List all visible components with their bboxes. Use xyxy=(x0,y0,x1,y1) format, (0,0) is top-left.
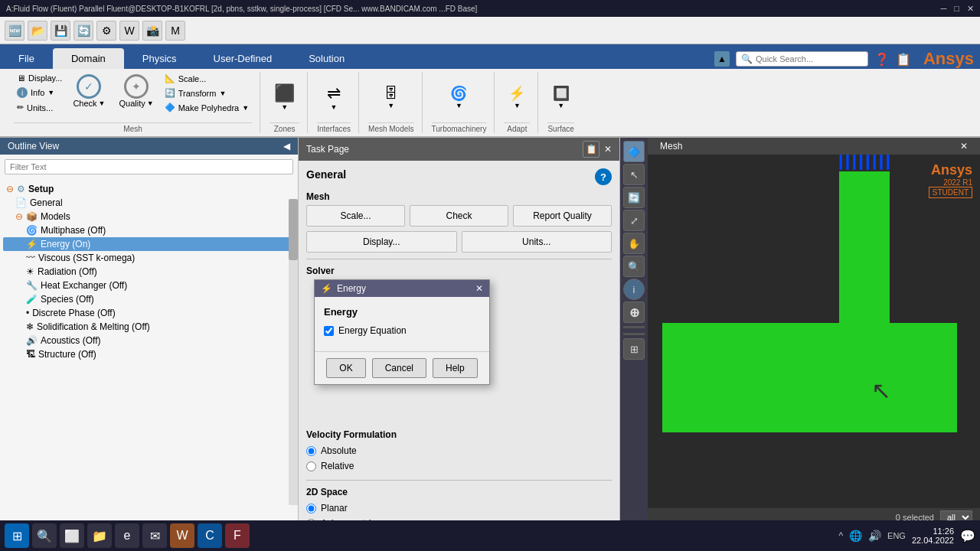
outline-scrollbar[interactable] xyxy=(289,199,298,505)
rt-pan-btn[interactable]: ✋ xyxy=(623,233,645,254)
ribbon-collapse-btn[interactable]: ▲ xyxy=(714,51,730,67)
info-btn[interactable]: i Info ▼ xyxy=(14,86,65,99)
tree-species[interactable]: 🧪 Species (Off) xyxy=(3,292,295,306)
tree-energy[interactable]: ⚡ Energy (On) xyxy=(3,237,295,251)
adapt-btn[interactable]: ⚡ ▼ xyxy=(504,83,530,112)
tray-network[interactable]: 🌐 xyxy=(849,530,862,542)
tab-domain[interactable]: Domain xyxy=(53,48,124,69)
check-dropdown-icon[interactable]: ▼ xyxy=(99,99,106,107)
rt-layers-btn[interactable]: ⊞ xyxy=(623,338,645,360)
outline-scrollbar-thumb[interactable] xyxy=(289,199,298,260)
tree-models[interactable]: ⊖ 📦 Models xyxy=(3,210,295,223)
mesh-models-dropdown-icon[interactable]: ▼ xyxy=(387,102,394,109)
toolbar-new[interactable]: 🆕 xyxy=(5,21,24,41)
rt-rotate-btn[interactable]: 🔄 xyxy=(623,187,645,208)
rt-select-btn[interactable]: ↖ xyxy=(623,164,645,185)
tree-setup[interactable]: ⊖ ⚙ Setup xyxy=(3,182,295,196)
check-task-btn[interactable]: Check xyxy=(410,205,508,227)
search-input[interactable] xyxy=(756,54,863,64)
taskbar-search[interactable]: 🔍 xyxy=(32,523,57,548)
scale-btn[interactable]: 📐 Scale... xyxy=(162,72,252,85)
tree-discrete-phase[interactable]: • Discrete Phase (Off) xyxy=(3,306,295,320)
outline-collapse-icon[interactable]: ◀ xyxy=(283,141,290,152)
quick-search-bar[interactable]: 🔍 xyxy=(736,51,868,67)
tray-notification[interactable]: 💬 xyxy=(960,529,975,543)
absolute-radio[interactable] xyxy=(306,446,316,456)
tree-structure[interactable]: 🏗 Structure (Off) xyxy=(3,347,295,361)
tab-user-defined[interactable]: User-Defined xyxy=(195,48,291,69)
toolbar-workbench[interactable]: W xyxy=(119,21,139,41)
toolbar-settings[interactable]: ⚙ xyxy=(96,21,116,41)
energy-equation-checkbox[interactable] xyxy=(324,326,334,336)
rt-info-btn[interactable]: i xyxy=(623,279,645,300)
task-panel-icon[interactable]: 📋 xyxy=(583,141,599,158)
units-btn[interactable]: ✏ Units... xyxy=(14,101,65,114)
interfaces-btn[interactable]: ⇌ ▼ xyxy=(322,81,345,113)
transform-btn[interactable]: 🔄 Transform ▼ xyxy=(162,86,252,99)
tab-file[interactable]: File xyxy=(0,48,53,69)
rt-mesh-btn[interactable]: 🔷 xyxy=(623,141,645,162)
tray-chevron[interactable]: ^ xyxy=(838,530,843,541)
check-btn[interactable]: ✓ Check ▼ xyxy=(68,72,109,110)
taskbar-edge[interactable]: e xyxy=(115,523,139,548)
info-dropdown-icon[interactable]: ▼ xyxy=(47,89,54,96)
taskbar-task-view[interactable]: ⬜ xyxy=(60,523,84,548)
display-btn[interactable]: 🖥 Display... xyxy=(14,72,65,84)
toolbar-save[interactable]: 💾 xyxy=(51,21,70,41)
turbomachinery-btn[interactable]: 🌀 ▼ xyxy=(446,83,472,112)
quality-btn[interactable]: ✦ Quality ▼ xyxy=(115,72,158,110)
transform-dropdown-icon[interactable]: ▼ xyxy=(219,90,226,97)
units-task-btn[interactable]: Units... xyxy=(462,231,612,253)
tray-volume[interactable]: 🔊 xyxy=(868,530,881,542)
display-task-btn[interactable]: Display... xyxy=(306,231,457,253)
taskbar-cfd[interactable]: C xyxy=(198,523,222,548)
viewport-canvas[interactable]: Ansys 2022 R1 STUDENT xyxy=(648,155,980,508)
rt-zoom-in-btn[interactable]: ⊕ xyxy=(623,302,645,323)
zones-btn[interactable]: ⬛ ▼ xyxy=(270,81,299,113)
mesh-models-btn[interactable]: 🗄 ▼ xyxy=(380,83,403,112)
tree-general[interactable]: 📄 General xyxy=(3,196,295,210)
taskbar-ansys-wb[interactable]: W xyxy=(170,523,194,548)
tab-solution[interactable]: Solution xyxy=(290,48,363,69)
maximize-btn[interactable]: □ xyxy=(954,4,959,14)
relative-radio[interactable] xyxy=(306,461,316,471)
energy-equation-row[interactable]: Energy Equation xyxy=(324,325,480,336)
filter-input[interactable] xyxy=(5,159,293,174)
absolute-radio-row[interactable]: Absolute xyxy=(306,443,612,458)
zones-dropdown-icon[interactable]: ▼ xyxy=(281,103,288,111)
outline-filter-area[interactable] xyxy=(0,155,298,179)
energy-help-btn[interactable]: Help xyxy=(433,358,478,378)
surface-dropdown-icon[interactable]: ▼ xyxy=(557,102,564,109)
quality-split[interactable]: Quality ▼ xyxy=(119,99,154,108)
polyhedra-dropdown-icon[interactable]: ▼ xyxy=(242,104,249,112)
minimize-btn[interactable]: ─ xyxy=(941,4,947,14)
scale-task-btn[interactable]: Scale... xyxy=(306,205,405,227)
rt-zoom-fit-btn[interactable]: ⤢ xyxy=(623,210,645,231)
taskbar-clock[interactable]: 11:26 22.04.2022 xyxy=(912,527,954,545)
toolbar-open[interactable]: 📂 xyxy=(28,21,47,41)
toolbar-refresh[interactable]: 🔄 xyxy=(74,21,93,41)
surface-btn[interactable]: 🔲 ▼ xyxy=(548,83,574,112)
report-quality-btn[interactable]: Report Quality xyxy=(513,205,612,227)
make-polyhedra-btn[interactable]: 🔷 Make Polyhedra ▼ xyxy=(162,101,252,114)
tree-heat-exchanger[interactable]: 🔧 Heat Exchanger (Off) xyxy=(3,279,295,292)
toolbar-moe[interactable]: M xyxy=(165,21,185,41)
energy-dialog-close-btn[interactable]: ✕ xyxy=(475,283,483,294)
planar-radio[interactable] xyxy=(306,504,316,514)
interfaces-dropdown-icon[interactable]: ▼ xyxy=(331,103,338,111)
titlebar-controls[interactable]: ─ □ ✕ xyxy=(941,4,974,14)
hint-icon[interactable]: ? xyxy=(595,168,612,185)
viewport-close-btn[interactable]: ✕ xyxy=(960,141,968,152)
task-close-btn[interactable]: ✕ xyxy=(604,144,612,155)
tree-multiphase[interactable]: 🌀 Multiphase (Off) xyxy=(3,223,295,237)
notes-icon[interactable]: 📋 xyxy=(896,52,911,67)
turbo-dropdown-icon[interactable]: ▼ xyxy=(456,102,462,109)
planar-radio-row[interactable]: Planar xyxy=(306,500,612,516)
tab-physics[interactable]: Physics xyxy=(124,48,195,69)
taskbar-fluent[interactable]: F xyxy=(225,523,250,548)
tree-acoustics[interactable]: 🔊 Acoustics (Off) xyxy=(3,334,295,347)
tree-solidification[interactable]: ❄ Solidification & Melting (Off) xyxy=(3,320,295,334)
quality-dropdown-icon[interactable]: ▼ xyxy=(147,99,154,107)
help-icon[interactable]: ❓ xyxy=(874,52,890,67)
taskbar-explorer[interactable]: 📁 xyxy=(87,523,112,548)
